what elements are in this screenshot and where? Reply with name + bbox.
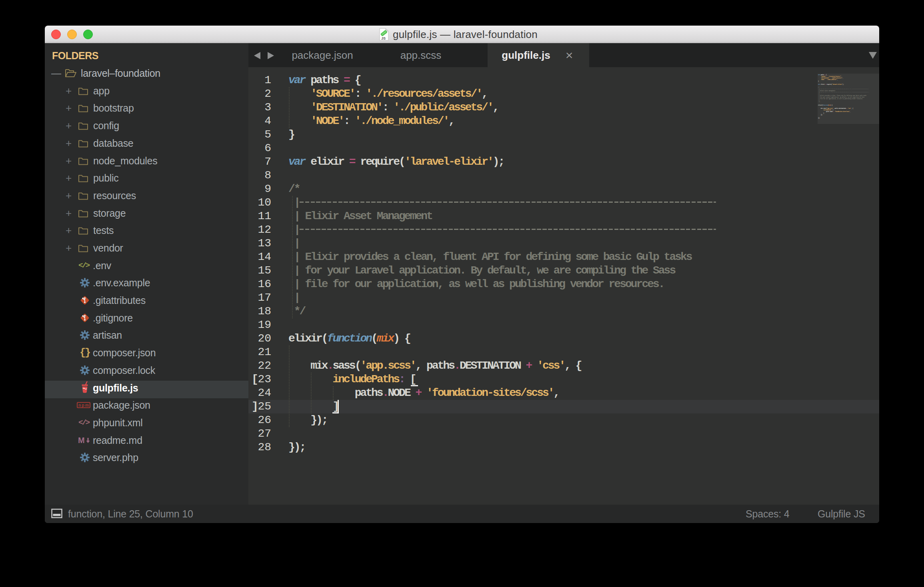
svg-text:npm: npm	[78, 403, 89, 407]
svg-text:M: M	[78, 436, 85, 445]
svg-text:JS: JS	[381, 36, 386, 40]
